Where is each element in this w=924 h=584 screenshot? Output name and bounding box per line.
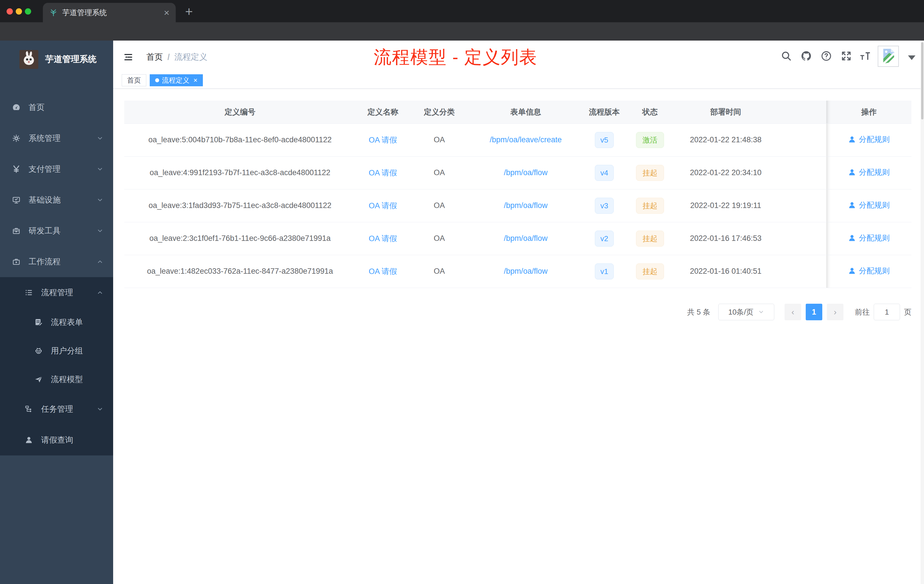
browser-tab[interactable]: 芋道管理系统 × — [43, 3, 176, 22]
breadcrumb-home[interactable]: 首页 — [146, 51, 163, 63]
definition-id-cell: oa_leave:5:004b710b-7b8a-11ec-8ef0-acde4… — [124, 124, 356, 156]
sidebar-item-process-model[interactable]: 流程模型 — [0, 365, 113, 394]
version-badge: v3 — [595, 198, 614, 214]
next-page-button[interactable]: › — [827, 304, 843, 320]
form-link[interactable]: /bpm/oa/flow — [504, 267, 548, 276]
deploy-time-cell: 2022-01-22 19:19:11 — [674, 189, 777, 222]
close-tab-icon[interactable]: × — [164, 8, 170, 17]
sidebar-item-label: 流程表单 — [51, 317, 83, 328]
briefcase-icon — [12, 257, 21, 266]
definition-id-cell: oa_leave:2:3c1f0ef1-76b1-11ec-9c66-a2380… — [124, 222, 356, 255]
chevron-up-icon — [97, 289, 104, 296]
scrollbar-thumb[interactable] — [921, 42, 924, 119]
avatar-dropdown-caret[interactable] — [908, 55, 916, 60]
assign-rule-link[interactable]: 分配规则 — [848, 200, 890, 210]
sidebar-item-leave-query[interactable]: 请假查询 — [0, 425, 113, 455]
app-logo-image — [20, 50, 38, 69]
sidebar-item-payment[interactable]: 支付管理 — [0, 154, 113, 185]
help-icon[interactable] — [820, 50, 832, 62]
chevron-down-icon — [97, 166, 104, 173]
page-scrollbar[interactable] — [921, 41, 924, 584]
sidebar-item-label: 首页 — [28, 102, 45, 113]
user-avatar[interactable] — [878, 46, 899, 67]
sidebar-item-infrastructure[interactable]: 基础设施 — [0, 185, 113, 215]
browser-tab-title: 芋道管理系统 — [62, 8, 159, 18]
category-cell: OA — [410, 189, 469, 222]
dashboard-icon — [12, 103, 21, 112]
sidebar-item-system[interactable]: 系统管理 — [0, 123, 113, 154]
status-badge: 挂起 — [636, 264, 664, 279]
column-header-filler — [777, 101, 826, 124]
search-icon[interactable] — [780, 50, 792, 62]
sidebar-item-user-group[interactable]: 用户分组 — [0, 337, 113, 365]
table-row: oa_leave:2:3c1f0ef1-76b1-11ec-9c66-a2380… — [124, 222, 911, 255]
page-1-button[interactable]: 1 — [806, 304, 822, 320]
sidebar-item-dev-tools[interactable]: 研发工具 — [0, 215, 113, 246]
workflow-submenu: 流程管理 流程表单 用户分组 流程模型 任务管理 请假 — [0, 277, 113, 455]
form-icon — [34, 318, 43, 327]
assign-rule-link[interactable]: 分配规则 — [848, 233, 890, 243]
sidebar-item-home[interactable]: 首页 — [0, 92, 113, 123]
definition-name-link[interactable]: OA 请假 — [369, 168, 397, 177]
github-icon[interactable] — [800, 50, 812, 62]
app-title: 芋道管理系统 — [45, 53, 97, 65]
sidebar-item-label: 支付管理 — [28, 164, 61, 175]
broken-image-icon — [878, 46, 898, 66]
view-tab-home[interactable]: 首页 — [122, 74, 146, 86]
breadcrumb-current: 流程定义 — [174, 51, 208, 63]
sidebar-item-label: 工作流程 — [28, 256, 61, 267]
new-tab-button[interactable]: + — [185, 6, 193, 17]
column-header-status: 状态 — [626, 101, 674, 124]
form-link[interactable]: /bpm/oa/leave/create — [490, 135, 562, 144]
sidebar-item-process-management[interactable]: 流程管理 — [0, 277, 113, 308]
version-badge: v4 — [595, 165, 614, 181]
plant-favicon-icon — [49, 8, 58, 17]
view-tab-label: 首页 — [127, 76, 141, 85]
person-icon — [25, 436, 33, 444]
form-link[interactable]: /bpm/oa/flow — [504, 201, 548, 210]
sidebar-item-label: 流程模型 — [51, 374, 83, 385]
fullscreen-icon[interactable] — [841, 50, 852, 62]
user-icon — [848, 168, 856, 176]
user-icon — [848, 234, 856, 242]
user-icon — [848, 201, 856, 209]
sidebar-item-task-management[interactable]: 任务管理 — [0, 394, 113, 425]
paper-plane-icon — [34, 375, 43, 384]
status-badge: 挂起 — [636, 198, 664, 214]
prev-page-button[interactable]: ‹ — [785, 304, 801, 320]
breadcrumb: 首页 / 流程定义 — [146, 51, 208, 63]
definition-name-link[interactable]: OA 请假 — [369, 267, 397, 276]
view-tab-process-definition[interactable]: 流程定义 × — [150, 74, 203, 86]
sidebar-item-label: 研发工具 — [28, 226, 61, 236]
sidebar-item-label: 系统管理 — [28, 133, 61, 144]
deploy-time-cell: 2022-01-16 17:46:53 — [674, 222, 777, 255]
page-size-select[interactable]: 10条/页 — [718, 304, 774, 320]
assign-rule-link[interactable]: 分配规则 — [848, 266, 890, 276]
font-size-icon[interactable] — [860, 50, 871, 62]
definition-id-cell: oa_leave:4:991f2193-7b7f-11ec-a3c8-acde4… — [124, 156, 356, 189]
form-link[interactable]: /bpm/oa/flow — [504, 168, 548, 177]
definition-name-link[interactable]: OA 请假 — [369, 136, 397, 144]
toolbox-icon — [12, 226, 21, 235]
page-unit-label: 页 — [904, 307, 911, 317]
status-badge: 挂起 — [636, 231, 664, 247]
minimize-window-button[interactable] — [16, 8, 22, 15]
task-tree-icon — [25, 405, 33, 413]
sidebar-item-process-form[interactable]: 流程表单 — [0, 308, 113, 337]
assign-rule-link[interactable]: 分配规则 — [848, 134, 890, 145]
page-size-value: 10条/页 — [728, 307, 753, 317]
definition-name-link[interactable]: OA 请假 — [369, 201, 397, 210]
sidebar-fold-icon[interactable] — [123, 53, 134, 62]
user-icon — [848, 135, 856, 144]
goto-page-input[interactable] — [874, 304, 900, 320]
maximize-window-button[interactable] — [25, 8, 31, 15]
assign-rule-link[interactable]: 分配规则 — [848, 167, 890, 177]
close-window-button[interactable] — [7, 8, 13, 15]
definition-name-link[interactable]: OA 请假 — [369, 234, 397, 243]
close-view-tab-icon[interactable]: × — [193, 76, 198, 84]
sidebar-item-workflow[interactable]: 工作流程 — [0, 246, 113, 277]
app-logo-row[interactable]: 芋道管理系统 — [0, 41, 113, 72]
category-cell: OA — [410, 156, 469, 189]
form-link[interactable]: /bpm/oa/flow — [504, 234, 548, 243]
chevron-down-icon — [97, 135, 104, 142]
